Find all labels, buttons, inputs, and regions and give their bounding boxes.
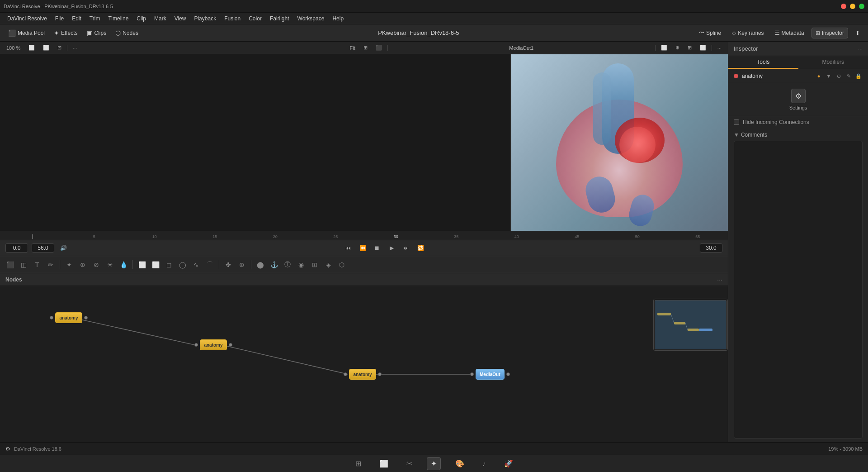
- node-2-input[interactable]: [194, 343, 198, 347]
- comments-chevron-icon[interactable]: ▼: [734, 132, 739, 138]
- ellipse-tool[interactable]: ◯: [176, 258, 189, 271]
- type-tool-2[interactable]: Ⓣ: [281, 258, 294, 271]
- media-pool-button[interactable]: ⬛ Media Pool: [5, 28, 48, 38]
- node-1-body[interactable]: anatomy: [55, 312, 82, 323]
- node-3-input[interactable]: [344, 372, 347, 376]
- dock-color[interactable]: 🎨: [452, 458, 468, 470]
- viewer-expand-btn[interactable]: ⬜: [697, 44, 709, 52]
- menu-playback[interactable]: Playback: [190, 14, 220, 23]
- menu-edit[interactable]: Edit: [68, 14, 85, 23]
- close-button[interactable]: [841, 4, 846, 9]
- output-node-input[interactable]: [470, 372, 474, 376]
- output-node-body[interactable]: MediaOut: [476, 369, 505, 380]
- viewer-layout-btn[interactable]: ⬛: [373, 44, 385, 52]
- menu-trim[interactable]: Trim: [86, 14, 104, 23]
- tab-tools[interactable]: Tools: [728, 56, 798, 69]
- maximize-button[interactable]: [859, 4, 864, 9]
- loop-button[interactable]: 🔁: [415, 243, 426, 253]
- go-to-start-button[interactable]: ⏮: [343, 243, 354, 253]
- effects-button[interactable]: ✦ Effects: [50, 28, 81, 38]
- menu-color[interactable]: Color: [245, 14, 265, 23]
- tab-modifiers[interactable]: Modifiers: [798, 56, 868, 69]
- menu-workspace[interactable]: Workspace: [294, 14, 328, 23]
- dock-fusion[interactable]: ✦: [427, 457, 441, 470]
- menu-fusion[interactable]: Fusion: [221, 14, 244, 23]
- clips-button[interactable]: ▣ Clips: [83, 28, 110, 38]
- fx-tool[interactable]: ◉: [295, 258, 307, 271]
- warp-tool[interactable]: ⊕: [236, 258, 248, 271]
- node-color-btn[interactable]: ●: [815, 72, 823, 80]
- hide-connections-checkbox[interactable]: [734, 119, 739, 125]
- go-to-end-button[interactable]: ⏭: [401, 243, 411, 253]
- poly-select[interactable]: ◻: [163, 258, 175, 271]
- clone-tool[interactable]: ⊕: [76, 258, 89, 271]
- pin-tool[interactable]: ⬤: [254, 258, 267, 271]
- minimize-button[interactable]: [850, 4, 855, 9]
- menu-mark[interactable]: Mark: [151, 14, 170, 23]
- 3d-tool[interactable]: ◈: [322, 258, 335, 271]
- node-3-output[interactable]: [378, 372, 382, 376]
- node-2-body[interactable]: anatomy: [200, 339, 227, 350]
- node-1-input[interactable]: [50, 316, 53, 319]
- text-tool[interactable]: T: [31, 258, 43, 271]
- viewer-fit-icon[interactable]: ⊞: [361, 44, 370, 52]
- node-name-input[interactable]: [742, 73, 811, 79]
- play-button[interactable]: ▶: [386, 243, 397, 253]
- viewer-globe-btn[interactable]: ⊕: [673, 44, 682, 52]
- node-3[interactable]: anatomy: [344, 369, 382, 380]
- current-time-display[interactable]: 0.0: [5, 243, 28, 253]
- nodes-more-button[interactable]: ···: [717, 276, 722, 283]
- dock-effects[interactable]: ⬜: [376, 458, 392, 470]
- duration-display[interactable]: 56.0: [32, 243, 54, 253]
- stop-button[interactable]: ⏹: [372, 243, 382, 253]
- node-canvas[interactable]: anatomy anatomy anatomy: [0, 286, 728, 442]
- node-2[interactable]: anatomy: [194, 339, 232, 350]
- node-arrow-down-btn[interactable]: ▼: [825, 72, 833, 80]
- dock-media-pool[interactable]: ⊞: [352, 458, 365, 470]
- menu-view[interactable]: View: [171, 14, 190, 23]
- stamp-tool[interactable]: 💧: [117, 258, 130, 271]
- color-tool[interactable]: ☀: [104, 258, 116, 271]
- particle-tool[interactable]: ✦: [63, 258, 75, 271]
- paint-tool[interactable]: ◫: [17, 258, 30, 271]
- dock-audio[interactable]: ♪: [479, 458, 490, 470]
- inspector-button[interactable]: ⊞ Inspector: [811, 28, 848, 38]
- volume-button[interactable]: 🔊: [58, 243, 69, 253]
- comments-textarea[interactable]: [734, 141, 863, 439]
- viewer-btn-2[interactable]: ⬜: [40, 44, 52, 52]
- nodes-button[interactable]: ⬡ Nodes: [112, 28, 142, 38]
- spline-button[interactable]: 〜 Spline: [695, 27, 725, 38]
- metadata-button[interactable]: ☰ Metadata: [771, 28, 808, 38]
- dock-deliver[interactable]: 🚀: [500, 458, 517, 470]
- node-passthrough-btn[interactable]: ⊙: [835, 72, 843, 80]
- path-tool[interactable]: ⌒: [203, 258, 216, 271]
- brush-tool[interactable]: ✏: [44, 258, 57, 271]
- menu-clip[interactable]: Clip: [133, 14, 150, 23]
- menu-help[interactable]: Help: [329, 14, 347, 23]
- menu-timeline[interactable]: Timeline: [104, 14, 132, 23]
- viewer-options-btn[interactable]: ⬜: [658, 44, 670, 52]
- vr-tool[interactable]: ⬡: [335, 258, 348, 271]
- step-back-button[interactable]: ⏪: [357, 243, 368, 253]
- node-settings-btn[interactable]: ✎: [844, 72, 853, 80]
- inspector-more-button[interactable]: ···: [858, 46, 863, 52]
- node-1-output[interactable]: [84, 316, 88, 319]
- node-2-output[interactable]: [229, 343, 232, 347]
- erase-tool[interactable]: ⊘: [90, 258, 103, 271]
- node-1[interactable]: anatomy: [50, 312, 88, 323]
- viewer-zoom-control[interactable]: 100 %: [4, 44, 23, 52]
- viewer-grid-btn[interactable]: ⊞: [685, 44, 694, 52]
- menu-davinci[interactable]: DaVinci Resolve: [4, 14, 51, 23]
- node-lock-btn[interactable]: 🔒: [854, 72, 863, 80]
- keyframes-button[interactable]: ◇ Keyframes: [728, 28, 767, 38]
- rect-tool[interactable]: ⬜: [136, 258, 148, 271]
- output-node[interactable]: MediaOut: [470, 369, 510, 380]
- transform-tool[interactable]: ✤: [222, 258, 235, 271]
- output-node-output[interactable]: [506, 372, 510, 376]
- settings-button[interactable]: ⚙ Settings: [789, 89, 807, 110]
- viewer-btn-1[interactable]: ⬜: [26, 44, 38, 52]
- oval-tool[interactable]: ⬜: [149, 258, 162, 271]
- viewer-more-btn[interactable]: ···: [70, 44, 80, 52]
- dock-cut[interactable]: ✂: [403, 458, 416, 470]
- timeline-ruler[interactable]: ▎ 5 10 15 20 25 30 35 40 45 50 55: [0, 231, 728, 240]
